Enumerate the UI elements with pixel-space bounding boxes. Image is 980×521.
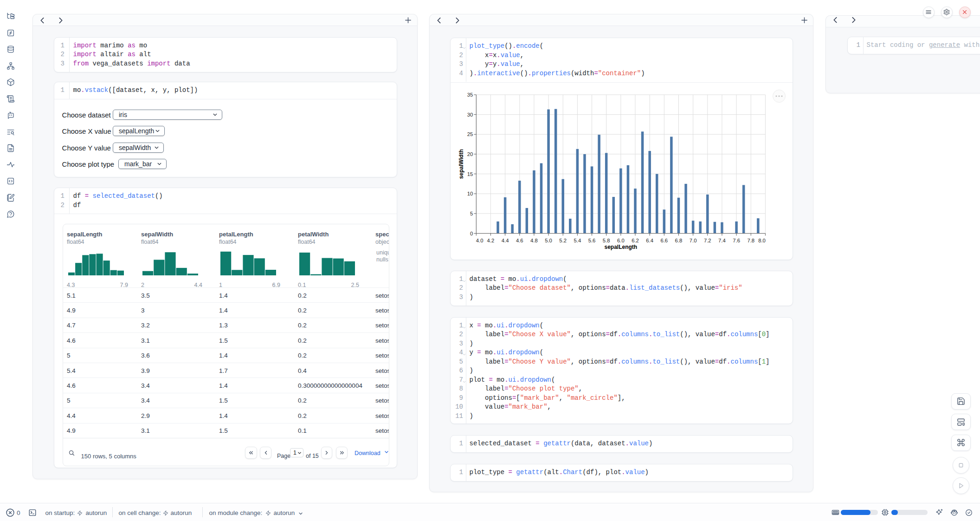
svg-text:35: 35 (467, 92, 473, 98)
svg-text:5.2: 5.2 (559, 238, 567, 243)
svg-text:5.6: 5.6 (588, 238, 596, 243)
svg-text:6.2: 6.2 (632, 238, 639, 243)
svg-text:6.4: 6.4 (646, 238, 653, 243)
svg-text:sepalWidth: sepalWidth (458, 149, 464, 179)
svg-text:25: 25 (467, 131, 473, 137)
svg-text:7.4: 7.4 (718, 238, 726, 243)
svg-text:5.8: 5.8 (603, 238, 610, 243)
svg-text:8.0: 8.0 (758, 238, 766, 243)
svg-text:4.6: 4.6 (516, 238, 523, 243)
svg-text:4.4: 4.4 (502, 238, 509, 243)
svg-text:5.4: 5.4 (574, 238, 581, 243)
svg-text:30: 30 (467, 112, 473, 117)
svg-text:4.2: 4.2 (487, 238, 495, 243)
svg-text:4.0: 4.0 (476, 238, 484, 243)
svg-text:6.8: 6.8 (675, 238, 683, 243)
svg-text:5.0: 5.0 (545, 238, 552, 243)
svg-text:10: 10 (467, 191, 473, 196)
svg-text:6.0: 6.0 (617, 238, 625, 243)
svg-text:7.6: 7.6 (733, 238, 740, 243)
svg-text:7.0: 7.0 (690, 238, 697, 243)
svg-text:20: 20 (467, 151, 473, 157)
svg-text:7.2: 7.2 (704, 238, 711, 243)
svg-text:0: 0 (470, 231, 473, 236)
svg-text:7.8: 7.8 (747, 238, 754, 243)
svg-text:6.6: 6.6 (660, 238, 668, 243)
svg-text:4.8: 4.8 (530, 238, 538, 243)
svg-text:5: 5 (470, 211, 473, 216)
svg-text:sepalLength: sepalLength (604, 244, 637, 250)
svg-text:15: 15 (467, 171, 473, 177)
